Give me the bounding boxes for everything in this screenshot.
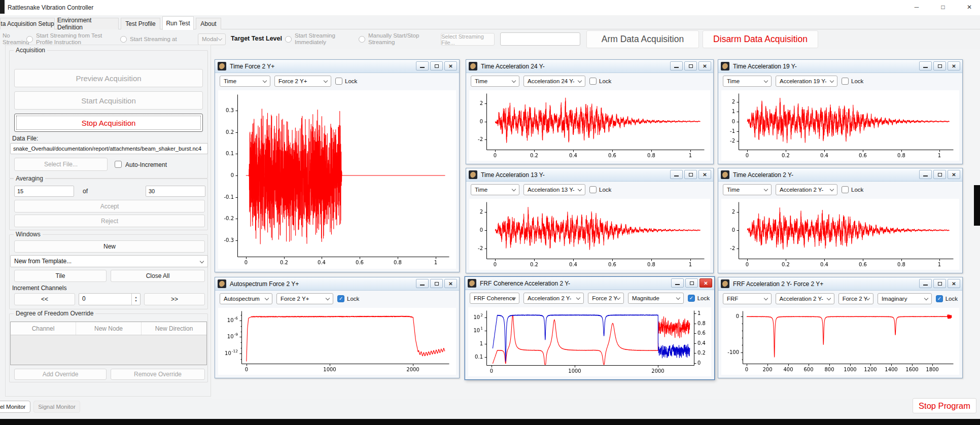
lock-toggle[interactable]: ✓Lock [936,295,958,302]
plot-canvas-accel-13[interactable] [469,199,710,270]
lock-checkbox[interactable] [335,78,342,85]
plot-canvas-accel-19[interactable] [721,90,959,161]
lock-checkbox[interactable]: ✓ [337,295,344,302]
new-from-template-select[interactable]: New from Template... [10,255,208,267]
reference-channel-select[interactable]: Force 2 Y [588,293,624,304]
plot-type-select[interactable]: FRF [723,293,772,304]
plot-type-select[interactable]: Time [471,76,519,87]
increment-channels-button[interactable]: >> [144,293,205,305]
new-window-button[interactable]: New [14,240,205,253]
minimize-icon[interactable] [416,61,429,70]
window-titlebar[interactable]: FRF Acceleration 2 Y- Force 2 Y+ ✕ [718,277,962,291]
dof-override-table[interactable]: Channel New Node New Direction [10,322,207,365]
close-icon[interactable]: ✕ [444,279,457,288]
lock-toggle[interactable]: Lock [842,78,863,85]
response-channel-select[interactable]: Acceleration 2 Y- [776,293,834,304]
spinner-arrows[interactable]: ▴▾ [131,294,140,305]
channel-select[interactable]: Force 2 Y+ [276,293,333,304]
close-icon[interactable]: ✕ [948,61,960,70]
window-titlebar[interactable]: Time Acceleration 2 Y- ✕ [718,168,962,182]
tab-channel-monitor[interactable]: nel Monitor [0,401,30,413]
minimize-icon[interactable] [919,170,932,179]
minimize-window-button[interactable]: ─ [906,0,927,14]
decrement-channels-button[interactable]: << [14,293,75,305]
restore-icon[interactable] [685,278,698,288]
stream-level-select[interactable]: Modal [198,33,226,45]
remove-override-button[interactable]: Remove Override [111,369,205,380]
disarm-data-acquisition-button[interactable]: Disarm Data Acquisition [703,30,818,48]
minimize-icon[interactable] [670,170,683,179]
lock-checkbox[interactable] [589,78,597,85]
plot-canvas-frf-imaginary[interactable] [721,308,959,375]
plot-type-select[interactable]: Time [723,76,772,87]
restore-icon[interactable] [933,279,946,288]
tab-run-test[interactable]: Run Test [162,16,194,30]
averages-total-input[interactable] [146,186,205,197]
close-icon[interactable]: ✕ [948,170,960,179]
spin-up-icon[interactable]: ▴ [135,296,136,299]
radio-stream-at-level[interactable] [120,36,127,43]
close-icon[interactable]: ✕ [948,279,960,288]
plot-type-select[interactable]: FRF Coherence [470,293,519,304]
minimize-icon[interactable] [671,278,684,288]
minimize-icon[interactable] [670,61,683,70]
tab-environment-definition[interactable]: Environment Definition [57,18,119,29]
close-icon[interactable]: ✕ [444,61,457,70]
close-window-button[interactable]: ✕ [959,0,980,14]
start-acquisition-button[interactable]: Start Acquisition [14,91,203,110]
channel-select[interactable]: Force 2 Y+ [274,76,331,87]
lock-checkbox[interactable]: ✓ [688,295,695,302]
maximize-window-button[interactable]: □ [932,0,954,14]
lock-checkbox[interactable]: ✓ [936,295,943,302]
plot-canvas-frf-coherence[interactable] [468,307,711,376]
channel-increment-stepper[interactable]: 0 ▴▾ [79,293,141,305]
restore-icon[interactable] [430,61,443,70]
auto-increment-checkbox[interactable] [115,161,122,168]
lock-checkbox[interactable] [842,78,849,85]
minimize-icon[interactable] [919,279,932,288]
channel-select[interactable]: Acceleration 24 Y- [523,76,585,87]
tab-signal-monitor[interactable]: Signal Monitor [33,401,80,413]
close-all-button[interactable]: Close All [111,270,205,282]
radio-manual-streaming[interactable] [359,36,365,43]
lock-toggle[interactable]: Lock [589,78,611,85]
stop-acquisition-button[interactable]: Stop Acquisition [14,114,203,132]
window-titlebar[interactable]: Time Force 2 Y+ ✕ [215,60,459,73]
channel-select[interactable]: Acceleration 13 Y- [523,184,585,195]
plot-type-select[interactable]: Time [723,184,772,195]
stop-program-button[interactable]: Stop Program [913,398,976,413]
plot-canvas-accel-24[interactable] [469,90,710,161]
lock-toggle[interactable]: ✓Lock [688,295,710,302]
plot-type-select[interactable]: Time [220,76,270,87]
plot-canvas-accel-2[interactable] [721,199,959,270]
plot-type-select[interactable]: Autospectrum [220,293,272,304]
lock-toggle[interactable]: Lock [589,186,611,193]
window-titlebar[interactable]: Time Acceleration 24 Y- ✕ [466,60,713,73]
reference-channel-select[interactable]: Force 2 Y [838,293,873,304]
accept-button[interactable]: Accept [14,200,205,213]
display-format-select[interactable]: Imaginary [878,293,932,304]
plot-type-select[interactable]: Time [471,184,519,195]
tile-button[interactable]: Tile [14,270,107,282]
close-icon[interactable]: ✕ [698,61,711,70]
close-icon[interactable]: ✕ [698,170,711,179]
add-override-button[interactable]: Add Override [14,369,107,380]
restore-icon[interactable] [933,170,946,179]
lock-toggle[interactable]: ✓Lock [337,295,359,302]
display-format-select[interactable]: Magnitude [628,293,684,304]
plot-canvas-time-force[interactable] [218,90,456,269]
tab-about[interactable]: About [196,18,221,29]
window-titlebar[interactable]: Autospectrum Force 2 Y+ ✕ [215,277,459,291]
data-file-input[interactable] [10,143,208,154]
window-titlebar[interactable]: FRF Coherence Acceleration 2 Y- ✕ [465,277,714,290]
response-channel-select[interactable]: Acceleration 2 Y- [523,293,584,304]
lock-toggle[interactable]: Lock [335,78,357,85]
select-streaming-file-button[interactable]: Select Streaming File... [441,33,495,46]
lock-checkbox[interactable] [589,186,597,193]
arm-data-acquisition-button[interactable]: Arm Data Acquisition [586,30,699,48]
tab-test-profile[interactable]: Test Profile [121,18,160,29]
window-titlebar[interactable]: Time Acceleration 13 Y- ✕ [466,168,713,182]
tab-data-acquisition-setup[interactable]: ta Acquisition Setup [0,18,55,29]
averages-current-input[interactable] [14,186,74,197]
minimize-icon[interactable] [919,61,932,70]
